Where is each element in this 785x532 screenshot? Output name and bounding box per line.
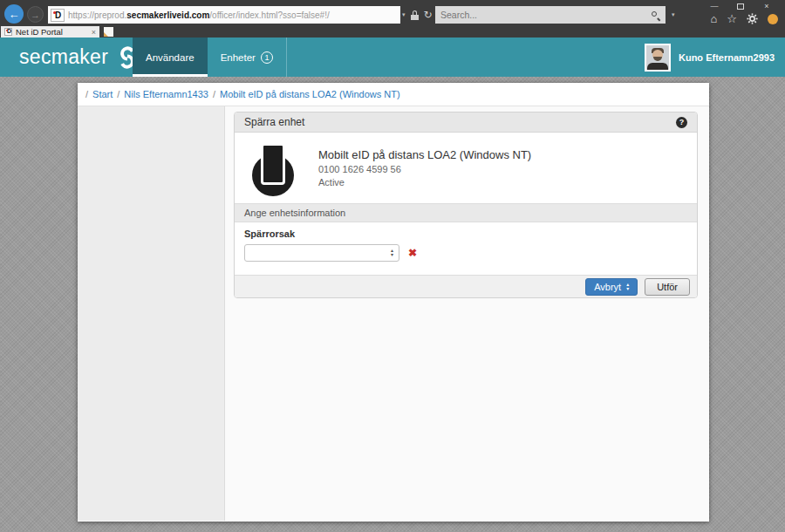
tab-title: Net iD Portal	[16, 27, 88, 37]
search-icon[interactable]	[651, 10, 660, 20]
panel-footer: Avbryt ▴▾ Utför	[235, 275, 697, 297]
content-card: / Start / Nils Efternamn1433 / Mobilt eI…	[78, 83, 709, 522]
search-handle	[657, 17, 660, 21]
nav-tab-label: Användare	[146, 52, 195, 63]
url-text: https://preprod.secmakerliveid.com/offic…	[68, 10, 330, 20]
help-icon[interactable]: ?	[676, 117, 687, 128]
close-button[interactable]: ×	[754, 0, 780, 12]
user-menu[interactable]: Kuno Efternamn2993	[645, 38, 775, 77]
block-reason-row: ▴▾ ✖	[244, 244, 687, 262]
forward-arrow-icon: →	[31, 10, 40, 20]
browser-tab[interactable]: D Net iD Portal ×	[1, 26, 99, 38]
home-icon[interactable]: ⌂	[710, 13, 717, 24]
search-dropdown-icon[interactable]: ▾	[672, 11, 675, 18]
main-content: Spärra enhet ? Mobilt eID på distans LOA…	[225, 106, 709, 521]
block-reason-label: Spärrorsak	[244, 228, 687, 239]
breadcrumb-separator: /	[85, 89, 88, 99]
form-area: Spärrorsak ▴▾ ✖	[235, 222, 697, 275]
section-header: Ange enhetsinformation	[235, 203, 697, 222]
device-number: 0100 1626 4599 56	[318, 164, 531, 174]
back-button[interactable]: ←	[4, 4, 24, 24]
browser-toolbar-icons: ⌂ ☆	[710, 13, 778, 24]
settings-gear-icon[interactable]	[747, 13, 758, 24]
submit-button[interactable]: Utför	[645, 278, 690, 296]
nav-tab-label: Enheter	[221, 52, 256, 63]
favicon-letter: D	[55, 10, 61, 20]
url-path: /officer/index.html?sso=false#!/	[209, 10, 329, 20]
cancel-label: Avbryt	[594, 282, 621, 292]
maximize-button[interactable]	[727, 0, 754, 12]
panel-title: Spärra enhet	[244, 116, 304, 128]
maximize-icon	[737, 3, 744, 10]
logo-text: secmaker	[19, 45, 108, 69]
breadcrumb: / Start / Nils Efternamn1433 / Mobilt eI…	[78, 83, 709, 106]
tab-bar: D Net iD Portal ×	[0, 26, 785, 38]
new-tab-button[interactable]	[104, 27, 113, 37]
feedback-smiley-icon[interactable]	[768, 14, 778, 24]
nav-divider	[286, 38, 287, 77]
back-arrow-icon: ←	[9, 8, 20, 21]
panel-header: Spärra enhet ?	[235, 113, 697, 133]
tab-favicon: D	[4, 28, 12, 36]
block-device-panel: Spärra enhet ? Mobilt eID på distans LOA…	[234, 112, 698, 298]
breadcrumb-link-device[interactable]: Mobilt eID på distans LOA2 (Windows NT)	[220, 89, 400, 99]
security-lock-icon[interactable]	[411, 10, 419, 20]
search-input[interactable]	[440, 10, 651, 20]
sidebar	[78, 106, 225, 521]
avatar-torso	[647, 63, 668, 71]
forward-button[interactable]: →	[27, 6, 44, 23]
minimize-button[interactable]: —	[701, 0, 727, 12]
favorites-star-icon[interactable]: ☆	[727, 13, 737, 24]
main-nav: Användare Enheter 1	[133, 38, 287, 77]
url-domain: secmakerliveid.com	[126, 10, 209, 20]
cancel-arrows-icon: ▴▾	[626, 283, 629, 291]
address-bar-icons: ▾ ↻	[402, 6, 433, 24]
user-name: Kuno Efternamn2993	[679, 52, 775, 63]
required-x-icon: ✖	[408, 247, 417, 259]
card-body: Spärra enhet ? Mobilt eID på distans LOA…	[78, 106, 709, 521]
device-summary: Mobilt eID på distans LOA2 (Windows NT) …	[235, 133, 697, 203]
url-dropdown-icon[interactable]: ▾	[402, 11, 406, 18]
section-title: Ange enhetsinformation	[244, 208, 345, 218]
refresh-icon[interactable]: ↻	[424, 9, 433, 21]
app-header: secmaker Användare Enheter 1 Kuno	[0, 38, 785, 77]
url-prefix: https://preprod.	[68, 10, 126, 20]
block-reason-select[interactable]: ▴▾	[244, 244, 399, 262]
site-favicon: D	[51, 9, 65, 22]
nav-tab-anvandare[interactable]: Användare	[133, 38, 208, 77]
breadcrumb-separator: /	[117, 89, 119, 99]
mobile-device-icon	[252, 143, 294, 197]
breadcrumb-link-user[interactable]: Nils Efternamn1433	[124, 89, 208, 99]
lock-body	[411, 15, 419, 20]
device-icon-phone	[261, 143, 285, 185]
avatar-beard	[653, 57, 662, 61]
breadcrumb-link-start[interactable]: Start	[92, 89, 113, 99]
enheter-count-badge: 1	[261, 51, 273, 64]
screen: — × ← → D https://preprod.secmakerliveid…	[0, 0, 785, 532]
search-lens	[652, 11, 657, 17]
tab-close-icon[interactable]: ×	[92, 28, 96, 37]
window-controls: — ×	[701, 0, 780, 12]
address-bar[interactable]: D https://preprod.secmakerliveid.com/off…	[48, 6, 400, 24]
nav-tab-enheter[interactable]: Enheter 1	[208, 38, 286, 77]
page-background: / Start / Nils Efternamn1433 / Mobilt eI…	[0, 77, 785, 532]
browser-chrome: — × ← → D https://preprod.secmakerliveid…	[0, 0, 785, 38]
tab-favicon-letter: D	[7, 28, 11, 34]
device-status: Active	[318, 177, 531, 188]
cancel-button[interactable]: Avbryt ▴▾	[585, 278, 638, 296]
device-info: Mobilt eID på distans LOA2 (Windows NT) …	[318, 148, 531, 188]
avatar	[645, 44, 671, 72]
submit-label: Utför	[657, 282, 678, 292]
device-name: Mobilt eID på distans LOA2 (Windows NT)	[318, 148, 531, 161]
browser-search-box[interactable]	[435, 6, 666, 24]
select-arrows-icon: ▴▾	[391, 249, 393, 257]
secmaker-logo[interactable]: secmaker	[19, 38, 139, 77]
breadcrumb-separator: /	[213, 89, 215, 99]
